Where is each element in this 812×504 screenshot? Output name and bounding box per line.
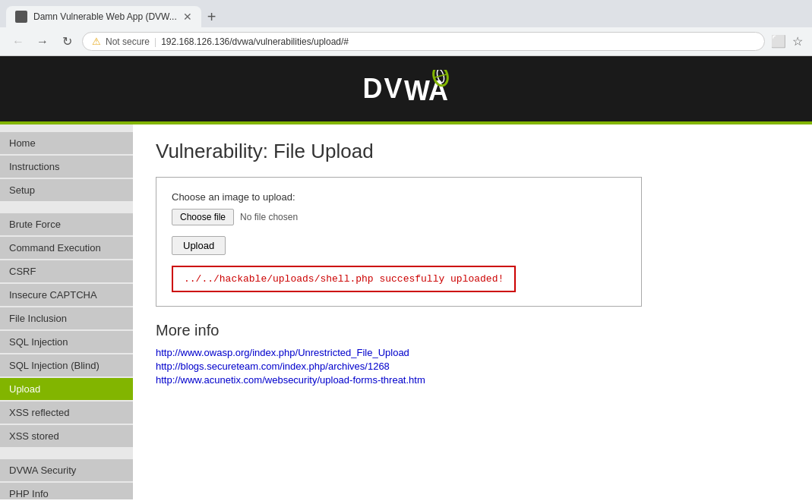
address-actions: ⬜ ☆ [771,34,803,49]
info-link-2[interactable]: http://blogs.secureteam.com/index.php/ar… [156,361,789,372]
separator: | [154,36,156,47]
tab-favicon [15,11,27,23]
dvwa-logo: DV WA [362,70,449,108]
sidebar-item-dvwa-security[interactable]: DVWA Security [0,459,133,481]
forward-button[interactable]: → [33,33,52,51]
site-header: DV WA [0,56,812,124]
sidebar-item-brute-force[interactable]: Brute Force [0,213,133,235]
not-secure-label: Not secure [106,36,150,47]
address-bar[interactable]: ⚠ Not secure | 192.168.126.136/dvwa/vuln… [82,32,765,51]
reload-button[interactable]: ↻ [58,33,76,51]
sidebar-item-xss-stored[interactable]: XSS stored [0,425,133,447]
sidebar-item-command-execution[interactable]: Command Execution [0,237,133,259]
sidebar-item-instructions[interactable]: Instructions [0,156,133,178]
tab-bar: Damn Vulnerable Web App (DVW... ✕ + [0,0,812,27]
upload-button[interactable]: Upload [172,236,226,255]
page-wrapper: DV WA Home Instructions Setup Brute Forc… [0,56,812,499]
sidebar-item-upload[interactable]: Upload [0,378,133,400]
sidebar-divider-2 [0,449,133,458]
page-title: Vulnerability: File Upload [156,140,789,163]
new-tab-button[interactable]: + [201,8,223,26]
info-link-3[interactable]: http://www.acunetix.com/websecurity/uplo… [156,374,789,386]
bookmark-button[interactable]: ☆ [792,34,803,49]
back-button[interactable]: ← [9,33,27,51]
choose-file-button[interactable]: Choose file [172,209,234,225]
main-content: Vulnerability: File Upload Choose an ima… [133,124,812,499]
no-file-text: No file chosen [240,212,298,222]
info-link-1[interactable]: http://www.owasp.org/index.php/Unrestric… [156,347,789,358]
more-info-title: More info [156,322,789,339]
sidebar-item-insecure-captcha[interactable]: Insecure CAPTCHA [0,284,133,306]
file-input-row: Choose file No file chosen [172,209,626,225]
sidebar-divider-1 [0,203,133,212]
url-text: 192.168.126.136/dvwa/vulnerabilities/upl… [161,36,349,47]
sidebar-item-csrf[interactable]: CSRF [0,260,133,282]
content-area: Home Instructions Setup Brute Force Comm… [0,124,812,499]
browser-chrome: Damn Vulnerable Web App (DVW... ✕ + ← → … [0,0,812,56]
upload-box: Choose an image to upload: Choose file N… [156,177,642,307]
dvwa-text: DV [362,73,403,105]
upload-success-message: ../../hackable/uploads/shell.php succesf… [172,266,516,292]
sidebar-item-sql-injection-blind[interactable]: SQL Injection (Blind) [0,354,133,376]
tab-close-button[interactable]: ✕ [183,11,192,23]
svg-text:WA: WA [404,75,448,106]
sidebar-item-setup[interactable]: Setup [0,179,133,201]
sidebar: Home Instructions Setup Brute Force Comm… [0,124,133,499]
warning-icon: ⚠ [92,36,101,47]
dvwa-logo-svg: WA [404,70,450,108]
sidebar-item-file-inclusion[interactable]: File Inclusion [0,307,133,329]
share-button[interactable]: ⬜ [771,34,786,49]
address-bar-row: ← → ↻ ⚠ Not secure | 192.168.126.136/dvw… [0,27,812,55]
tab-title: Damn Vulnerable Web App (DVW... [33,11,177,22]
sidebar-item-sql-injection[interactable]: SQL Injection [0,331,133,353]
sidebar-item-home[interactable]: Home [0,132,133,154]
sidebar-item-xss-reflected[interactable]: XSS reflected [0,402,133,424]
browser-tab[interactable]: Damn Vulnerable Web App (DVW... ✕ [6,6,201,27]
upload-label: Choose an image to upload: [172,191,626,203]
sidebar-item-php-info[interactable]: PHP Info [0,483,133,499]
